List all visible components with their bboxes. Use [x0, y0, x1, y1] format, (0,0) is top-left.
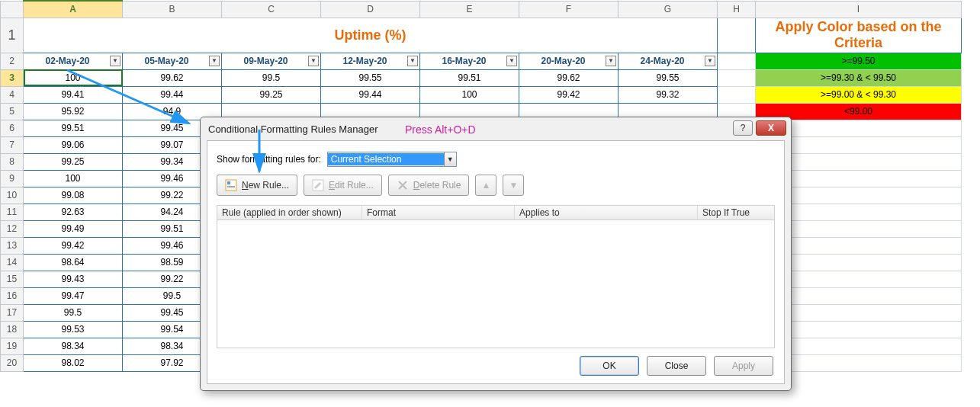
data-cell[interactable]: 99.51	[24, 120, 123, 136]
show-rules-for-label: Show formatting rules for:	[217, 154, 321, 165]
data-cell[interactable]: 100	[420, 86, 519, 103]
cell-H1[interactable]	[718, 18, 756, 53]
close-button[interactable]: Close	[647, 356, 706, 376]
date-header-1[interactable]: 05-May-20▼	[123, 53, 222, 69]
row-header-10[interactable]: 10	[1, 187, 24, 204]
rules-header-stop[interactable]: Stop If True	[698, 206, 774, 220]
data-cell[interactable]: 99.42	[519, 86, 619, 103]
filter-dropdown-icon[interactable]: ▼	[308, 56, 319, 66]
data-cell[interactable]: 98.64	[24, 254, 123, 271]
data-cell[interactable]: 99.53	[24, 321, 123, 338]
data-cell[interactable]: 99.62	[123, 69, 222, 86]
row-header-13[interactable]: 13	[1, 237, 24, 254]
uptime-title: Uptime (%)	[24, 18, 718, 53]
row-header-6[interactable]: 6	[1, 120, 24, 136]
column-header-H[interactable]: H	[718, 1, 756, 18]
rules-header-format[interactable]: Format	[362, 206, 515, 220]
move-rule-up-button: ▲	[475, 175, 496, 196]
data-cell[interactable]: 98.02	[24, 354, 123, 371]
data-cell[interactable]: 95.92	[24, 103, 123, 120]
column-header-C[interactable]: C	[222, 1, 321, 18]
dialog-close-button[interactable]: X	[756, 120, 786, 136]
date-header-4[interactable]: 16-May-20▼	[420, 53, 519, 69]
column-header-G[interactable]: G	[619, 1, 718, 18]
data-cell[interactable]: 99.44	[123, 86, 222, 103]
cell-H4[interactable]	[718, 86, 756, 103]
data-cell[interactable]: 99.51	[420, 69, 519, 86]
row-header-19[interactable]: 19	[1, 338, 24, 354]
data-cell[interactable]: 92.63	[24, 204, 123, 220]
chevron-down-icon[interactable]: ▼	[444, 152, 456, 166]
column-header-I[interactable]: I	[756, 1, 962, 18]
date-header-0[interactable]: 02-May-20▼	[24, 53, 123, 69]
data-cell[interactable]: 99.5	[24, 304, 123, 321]
cell-H2[interactable]	[718, 53, 756, 69]
date-header-3[interactable]: 12-May-20▼	[321, 53, 420, 69]
rules-list-body[interactable]	[217, 220, 775, 348]
date-header-2[interactable]: 09-May-20▼	[222, 53, 321, 69]
data-cell[interactable]: 100	[24, 69, 123, 86]
filter-dropdown-icon[interactable]: ▼	[705, 56, 715, 66]
data-cell[interactable]: 99.49	[24, 220, 123, 237]
show-rules-for-combo[interactable]: Current Selection ▼	[327, 152, 457, 167]
data-cell[interactable]: 99.55	[619, 69, 718, 86]
data-cell[interactable]: 99.55	[321, 69, 420, 86]
rules-header-rule[interactable]: Rule (applied in order shown)	[217, 206, 362, 220]
date-header-5[interactable]: 20-May-20▼	[519, 53, 619, 69]
conditional-formatting-rules-manager-dialog[interactable]: Conditional Formatting Rules Manager Pre…	[200, 117, 792, 391]
row-header-15[interactable]: 15	[1, 271, 24, 287]
filter-dropdown-icon[interactable]: ▼	[407, 56, 418, 66]
data-cell[interactable]: 99.42	[24, 237, 123, 254]
data-cell[interactable]: 99.06	[24, 136, 123, 153]
row-header-14[interactable]: 14	[1, 254, 24, 271]
filter-dropdown-icon[interactable]: ▼	[209, 56, 220, 66]
column-header-E[interactable]: E	[420, 1, 519, 18]
column-header-A[interactable]: A	[24, 1, 123, 18]
delete-rule-button: Delete Rule	[388, 175, 470, 196]
filter-dropdown-icon[interactable]: ▼	[110, 56, 120, 66]
data-cell[interactable]: 98.34	[24, 338, 123, 354]
row-header-7[interactable]: 7	[1, 136, 24, 153]
row-header-4[interactable]: 4	[1, 86, 24, 103]
new-rule-button[interactable]: New Rule...	[217, 175, 297, 196]
date-header-6[interactable]: 24-May-20▼	[619, 53, 718, 69]
column-header-F[interactable]: F	[519, 1, 619, 18]
filter-dropdown-icon[interactable]: ▼	[506, 56, 517, 66]
row-header-20[interactable]: 20	[1, 354, 24, 371]
cell-H3[interactable]	[718, 69, 756, 86]
row-header-9[interactable]: 9	[1, 170, 24, 187]
data-cell[interactable]: 99.62	[519, 69, 619, 86]
data-cell[interactable]: 99.43	[24, 271, 123, 287]
data-cell[interactable]: 99.5	[222, 69, 321, 86]
row-header-8[interactable]: 8	[1, 153, 24, 170]
dialog-hint-annotation: Press Alt+O+D	[405, 123, 476, 136]
row-header-11[interactable]: 11	[1, 204, 24, 220]
data-cell[interactable]: 100	[24, 170, 123, 187]
row-header-5[interactable]: 5	[1, 103, 24, 120]
row-header-2[interactable]: 2	[1, 53, 24, 69]
chevron-up-icon: ▲	[482, 180, 491, 191]
row-header-17[interactable]: 17	[1, 304, 24, 321]
row-header-12[interactable]: 12	[1, 220, 24, 237]
rules-list-header: Rule (applied in order shown) Format App…	[217, 205, 775, 220]
column-header-D[interactable]: D	[321, 1, 420, 18]
dialog-help-button[interactable]: ?	[733, 120, 753, 136]
select-all-cell[interactable]	[1, 1, 24, 18]
filter-dropdown-icon[interactable]: ▼	[606, 56, 616, 66]
data-cell[interactable]: 99.25	[24, 153, 123, 170]
data-cell[interactable]: 99.25	[222, 86, 321, 103]
row-header-1[interactable]: 1	[1, 18, 24, 53]
rules-header-applies[interactable]: Applies to	[515, 206, 698, 220]
data-cell[interactable]: 99.32	[619, 86, 718, 103]
row-header-3[interactable]: 3	[1, 69, 24, 86]
data-cell[interactable]: 99.47	[24, 287, 123, 304]
row-header-18[interactable]: 18	[1, 321, 24, 338]
new-rule-icon	[225, 179, 237, 191]
data-cell[interactable]: 99.08	[24, 187, 123, 204]
data-cell[interactable]: 99.41	[24, 86, 123, 103]
row-header-16[interactable]: 16	[1, 287, 24, 304]
delete-rule-icon	[397, 179, 409, 191]
data-cell[interactable]: 99.44	[321, 86, 420, 103]
column-header-B[interactable]: B	[123, 1, 222, 18]
ok-button[interactable]: OK	[580, 356, 639, 376]
